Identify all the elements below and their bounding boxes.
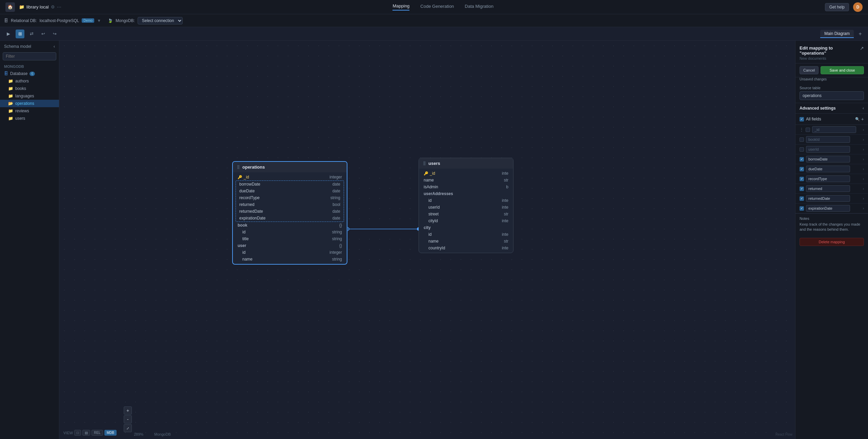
redo-icon[interactable]: ↪ — [50, 30, 59, 38]
settings-icon[interactable]: ⚙ — [51, 4, 55, 9]
field-name-users-name: name — [424, 178, 464, 183]
add-field-icon[interactable]: + — [861, 116, 864, 122]
zoom-out-button[interactable]: - — [124, 415, 132, 423]
field-input-duedate[interactable] — [806, 166, 850, 172]
users-field-ua-id: id inte — [419, 197, 513, 204]
field-name-expirationdate: expirationDate — [239, 216, 280, 221]
users-field-ua-userid: userId inte — [419, 204, 513, 211]
field-input-userid[interactable] — [806, 146, 850, 153]
sidebar-item-database[interactable]: 🗄 Database 6 — [0, 70, 59, 77]
field-checkbox-returneddate[interactable]: ✓ — [800, 196, 804, 201]
database-icon: 🗄 — [4, 71, 8, 76]
field-checkbox-duedate[interactable]: ✓ — [800, 167, 804, 171]
field-name-users-city: city — [424, 225, 464, 230]
field-input-recordtype[interactable] — [806, 175, 850, 182]
mongo-connection-select[interactable]: Select connection — [138, 17, 183, 24]
sidebar-item-operations[interactable]: 📂 operations — [0, 100, 59, 107]
view-btn-flat[interactable]: □ — [74, 430, 81, 436]
field-name-id: _id — [244, 175, 284, 179]
nav-tab-code-gen[interactable]: Code Generation — [420, 4, 454, 10]
chevron-icon: › — [863, 207, 864, 210]
field-input-id[interactable] — [812, 126, 856, 133]
field-input-expirationdate[interactable] — [806, 205, 850, 212]
view-btn-mdb[interactable]: MDB — [104, 430, 117, 436]
field-checkbox-userid[interactable] — [800, 147, 804, 152]
sidebar-item-languages[interactable]: 📁 languages — [0, 92, 59, 100]
field-input-returneddate[interactable] — [806, 195, 850, 202]
zoom-in-button[interactable]: + — [124, 406, 132, 415]
relational-chevron-icon[interactable]: ▼ — [97, 18, 101, 23]
field-type-returneddate: date — [332, 209, 340, 214]
cancel-button[interactable]: Cancel — [800, 66, 819, 74]
sidebar-filter-input[interactable] — [3, 52, 56, 60]
field-checkbox-id[interactable] — [806, 128, 810, 132]
home-button[interactable]: 🏠 — [5, 2, 15, 12]
users-field-city-id: id inte — [419, 231, 513, 238]
field-input-bookid[interactable] — [806, 136, 850, 143]
all-fields-checkbox[interactable]: ✓ — [800, 117, 804, 121]
right-panel: Edit mapping to "operations" New documen… — [795, 41, 868, 439]
fit-view-button[interactable]: ⤢ — [124, 424, 132, 432]
field-input-borrowdate[interactable] — [806, 156, 850, 163]
all-fields-row: ✓ All fields 🔍 + — [795, 114, 868, 125]
field-type-user-id: integer — [329, 250, 342, 255]
field-type-borrowdate: date — [332, 182, 340, 187]
link-icon[interactable]: ⇄ — [27, 30, 36, 38]
dots-icon[interactable]: ⋯ — [57, 4, 61, 9]
top-bar-right: Get help D — [825, 2, 863, 12]
source-table-select[interactable]: operations — [800, 91, 864, 100]
folder-icon: 📁 — [8, 116, 13, 121]
field-type-users-isadmin: b — [506, 185, 508, 189]
field-item-recordtype-left: ✓ — [800, 175, 850, 182]
app-title: 📁 library local ⚙ ⋯ — [19, 4, 61, 9]
canvas-area[interactable]: ⣿ operations 🔑 _id integer borrowDate da… — [59, 41, 795, 439]
save-close-button[interactable]: Save and close — [821, 66, 864, 74]
expand-panel-icon[interactable]: ↗ — [860, 45, 864, 51]
main-diagram-tab[interactable]: Main Diagram — [820, 30, 854, 38]
folder-icon: 📁 — [8, 86, 13, 91]
operations-field-user-id: id integer — [233, 249, 347, 256]
search-fields-icon[interactable]: 🔍 — [855, 117, 860, 121]
avatar[interactable]: D — [853, 2, 863, 12]
field-name-user: user — [238, 243, 278, 248]
sidebar-item-books[interactable]: 📁 books — [0, 85, 59, 92]
nav-tab-mapping[interactable]: Mapping — [392, 3, 409, 11]
sidebar-item-authors[interactable]: 📁 authors — [0, 77, 59, 85]
field-type-users-city-name: str — [504, 239, 508, 244]
view-btn-rows[interactable]: ▤ — [82, 430, 90, 436]
add-diagram-tab-button[interactable]: + — [856, 30, 864, 38]
nav-tab-data-migration[interactable]: Data Migration — [465, 4, 493, 10]
undo-icon[interactable]: ↩ — [39, 30, 47, 38]
app-icon: 📁 — [19, 4, 24, 9]
advanced-settings-header[interactable]: Advanced settings ‹ — [795, 103, 868, 114]
view-btn-rel[interactable]: REL — [92, 430, 103, 436]
grid-icon[interactable]: ⊞ — [16, 30, 24, 38]
field-checkbox-recordtype[interactable]: ✓ — [800, 177, 804, 181]
field-input-returned[interactable] — [806, 185, 850, 192]
chevron-icon: › — [863, 138, 864, 141]
field-name-users-city-countryid: countryId — [428, 246, 469, 250]
chevron-icon: › — [863, 187, 864, 191]
field-name-book-id: id — [242, 230, 283, 234]
operations-table-title: operations — [242, 165, 265, 170]
view-label: VIEW — [63, 431, 73, 435]
collapse-icon[interactable]: ‹ — [54, 44, 55, 49]
field-checkbox-bookid[interactable] — [800, 137, 804, 142]
sidebar-item-users[interactable]: 📁 users — [0, 115, 59, 122]
field-checkbox-borrowdate[interactable]: ✓ — [800, 157, 804, 161]
users-table-card[interactable]: ⣿ users 🔑 _id inte name str isAdmin — [419, 158, 513, 253]
operations-field-expirationdate: expirationDate date — [236, 215, 344, 222]
field-checkbox-returned[interactable]: ✓ — [800, 187, 804, 191]
run-icon[interactable]: ▶ — [4, 30, 13, 38]
advanced-settings-chevron-icon: ‹ — [863, 106, 864, 111]
sidebar-item-reviews[interactable]: 📁 reviews — [0, 107, 59, 115]
delete-mapping-button[interactable]: Delete mapping — [800, 238, 864, 246]
db-bar: 🗄 Relational DB: localhost-PostgreSQL De… — [0, 14, 868, 27]
get-help-button[interactable]: Get help — [825, 3, 849, 11]
operations-table-card[interactable]: ⣿ operations 🔑 _id integer borrowDate da… — [232, 161, 347, 265]
sidebar-item-label-languages: languages — [15, 94, 34, 98]
chevron-icon: › — [863, 157, 864, 161]
field-checkbox-expirationdate[interactable]: ✓ — [800, 206, 804, 211]
chevron-icon: › — [863, 128, 864, 132]
sidebar-db-label: MongoDB — [0, 63, 59, 70]
